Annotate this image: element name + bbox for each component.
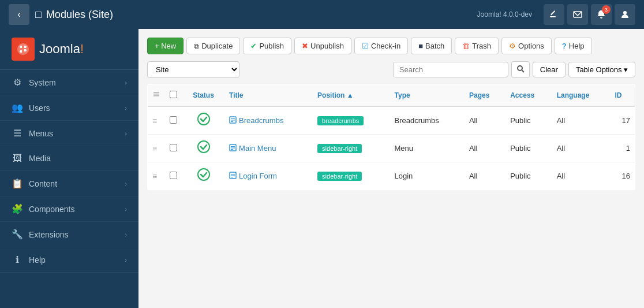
page-title: Modules (Site) xyxy=(46,9,477,21)
notification-badge: 3 xyxy=(602,5,611,14)
edit-icon-button[interactable] xyxy=(544,4,564,25)
th-checkbox[interactable] xyxy=(165,84,182,107)
main-layout: Joomla! ⚙ System › 👥 Users › xyxy=(0,29,644,308)
row-checkbox[interactable] xyxy=(170,144,177,151)
joomla-logo: Joomla! xyxy=(12,38,84,61)
sidebar-item-label: Media xyxy=(29,154,51,163)
duplicate-icon: ⧉ xyxy=(194,42,199,50)
th-type: Type xyxy=(390,84,465,107)
search-box: Clear Table Options ▾ xyxy=(393,61,635,78)
sidebar-item-system[interactable]: ⚙ System › xyxy=(0,70,138,95)
svg-rect-6 xyxy=(153,92,159,93)
logo-text: Joomla! xyxy=(39,42,84,57)
published-icon[interactable] xyxy=(197,144,210,155)
drag-handle-icon[interactable]: ≡ xyxy=(152,172,157,181)
modules-table: Status Title Position ▲ Type Pages xyxy=(147,84,635,190)
system-icon: ⚙ xyxy=(12,77,23,88)
language-cell: All xyxy=(552,106,611,135)
batch-icon: ■ xyxy=(418,42,423,50)
access-cell: Public xyxy=(506,162,552,190)
position-badge: sidebar-right xyxy=(317,144,362,153)
new-button[interactable]: + New xyxy=(147,38,184,54)
chevron-right-icon: › xyxy=(125,231,127,238)
module-title-link[interactable]: Login Form xyxy=(229,172,308,181)
clear-button[interactable]: Clear xyxy=(533,62,566,77)
pages-cell: All xyxy=(465,162,506,190)
sidebar-item-menus[interactable]: ☰ Menus › xyxy=(0,121,138,146)
back-button[interactable]: ‹ xyxy=(9,4,29,25)
users-icon: 👥 xyxy=(12,102,23,113)
options-button[interactable]: ⚙ Options xyxy=(501,38,552,54)
sidebar-item-content[interactable]: 📋 Content › xyxy=(0,171,138,196)
unpublish-button[interactable]: ✖ Unpublish xyxy=(294,38,351,54)
module-title-link[interactable]: Main Menu xyxy=(229,144,308,153)
sidebar-item-label: Components xyxy=(29,205,74,214)
site-filter-select[interactable]: Site xyxy=(147,61,239,78)
help-button[interactable]: ? Help xyxy=(555,38,592,54)
options-icon: ⚙ xyxy=(509,42,516,50)
help-question-icon: ? xyxy=(562,42,567,50)
published-icon[interactable] xyxy=(197,116,210,128)
header-icons: 3 xyxy=(544,4,635,25)
sidebar-item-help[interactable]: ℹ Help › xyxy=(0,247,138,273)
th-position[interactable]: Position ▲ xyxy=(313,84,390,107)
th-access: Access xyxy=(506,84,552,107)
table-row: ≡ xyxy=(148,162,635,190)
pages-cell: All xyxy=(465,135,506,162)
th-title: Title xyxy=(224,84,313,107)
publish-button[interactable]: ✔ Publish xyxy=(243,38,291,54)
position-badge: sidebar-right xyxy=(317,172,362,181)
drag-handle-icon[interactable]: ≡ xyxy=(152,144,157,153)
mail-icon-button[interactable] xyxy=(567,4,588,25)
svg-point-4 xyxy=(518,66,522,70)
table-row: ≡ xyxy=(148,106,635,135)
row-checkbox[interactable] xyxy=(170,116,177,124)
version-text: Joomla! 4.0.0-dev xyxy=(477,10,532,18)
publish-icon: ✔ xyxy=(250,42,257,50)
sidebar-item-label: Menus xyxy=(29,129,53,138)
language-cell: All xyxy=(552,135,611,162)
sidebar: Joomla! ⚙ System › 👥 Users › xyxy=(0,29,138,308)
row-checkbox-cell[interactable] xyxy=(165,106,182,135)
sidebar-item-label: Content xyxy=(29,179,57,188)
unpublish-icon: ✖ xyxy=(302,42,308,50)
user-icon-button[interactable] xyxy=(615,4,635,25)
published-icon[interactable] xyxy=(197,172,210,183)
language-cell: All xyxy=(552,162,611,190)
chevron-right-icon: › xyxy=(125,180,127,187)
filter-bar: Site Clear Table Options ▾ xyxy=(147,61,635,78)
id-cell: 1 xyxy=(611,135,635,162)
row-checkbox-cell[interactable] xyxy=(165,135,182,162)
modules-icon: □ xyxy=(35,9,42,21)
row-checkbox-cell[interactable] xyxy=(165,162,182,190)
status-cell xyxy=(182,162,224,190)
search-input[interactable] xyxy=(393,62,508,77)
menus-icon: ☰ xyxy=(12,128,23,139)
sidebar-item-components[interactable]: 🧩 Components › xyxy=(0,196,138,222)
trash-button[interactable]: 🗑 Trash xyxy=(455,38,499,54)
th-id: ID xyxy=(611,84,635,107)
duplicate-button[interactable]: ⧉ Duplicate xyxy=(186,38,240,54)
sidebar-item-users[interactable]: 👥 Users › xyxy=(0,95,138,121)
notifications-button[interactable]: 3 xyxy=(591,4,612,25)
row-checkbox[interactable] xyxy=(170,172,177,179)
sidebar-logo: Joomla! xyxy=(0,29,138,70)
select-all-checkbox[interactable] xyxy=(170,91,177,98)
sidebar-item-media[interactable]: 🖼 Media xyxy=(0,146,138,171)
module-title-link[interactable]: Breadcrumbs xyxy=(229,116,308,125)
batch-button[interactable]: ■ Batch xyxy=(411,38,452,54)
svg-rect-7 xyxy=(153,94,159,95)
module-edit-icon xyxy=(229,116,237,125)
drag-handle-icon[interactable]: ≡ xyxy=(152,116,157,125)
chevron-right-icon: › xyxy=(125,130,127,137)
title-cell: Main Menu xyxy=(224,135,313,162)
checkin-button[interactable]: ☑ Check-in xyxy=(354,38,408,54)
sidebar-item-extensions[interactable]: 🔧 Extensions › xyxy=(0,222,138,247)
th-language: Language xyxy=(552,84,611,107)
search-button[interactable] xyxy=(511,61,530,78)
table-options-button[interactable]: Table Options ▾ xyxy=(568,62,635,77)
id-cell: 16 xyxy=(611,162,635,190)
drag-handle-cell: ≡ xyxy=(148,106,166,135)
svg-rect-1 xyxy=(551,10,555,15)
content-icon: 📋 xyxy=(12,178,23,189)
